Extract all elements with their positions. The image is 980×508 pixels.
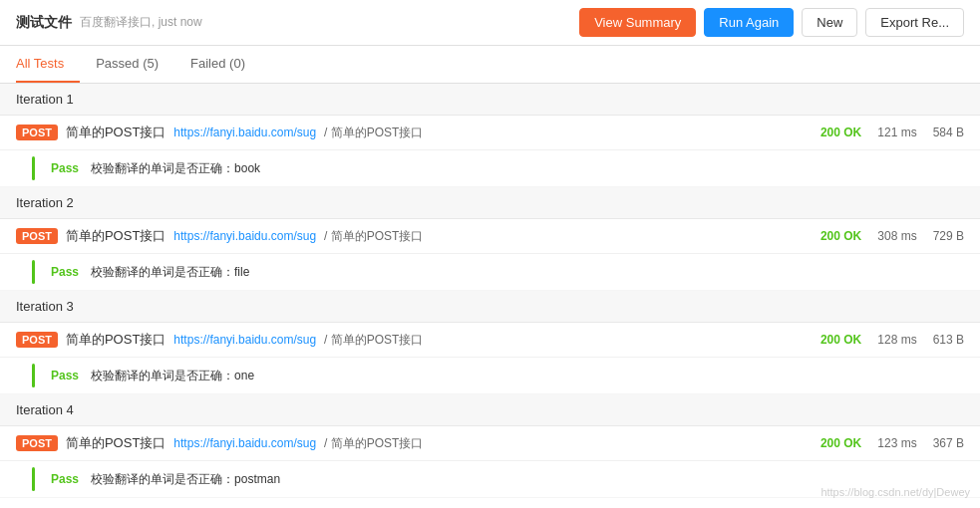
- method-badge: POST: [16, 435, 58, 451]
- response-size: 367 B: [933, 436, 964, 450]
- status-code: 200 OK: [820, 436, 861, 450]
- header: 测试文件 百度翻译接口, just now View Summary Run A…: [0, 0, 980, 46]
- pass-label: Pass: [51, 472, 79, 486]
- response-size: 584 B: [933, 126, 964, 139]
- header-left: 测试文件 百度翻译接口, just now: [16, 14, 202, 32]
- iteration-header-3: Iteration 3: [0, 291, 980, 323]
- file-subtitle: 百度翻译接口, just now: [80, 14, 202, 31]
- assertion-text: 校验翻译的单词是否正确：postman: [91, 471, 280, 488]
- pass-label: Pass: [51, 265, 79, 279]
- request-desc: / 简单的POST接口: [324, 332, 423, 349]
- pass-row-2: Pass 校验翻译的单词是否正确：file: [0, 254, 980, 291]
- response-time: 121 ms: [877, 126, 916, 139]
- status-code: 200 OK: [820, 126, 861, 139]
- method-badge: POST: [16, 228, 58, 244]
- assertion-text: 校验翻译的单词是否正确：one: [91, 368, 254, 384]
- pass-row-3: Pass 校验翻译的单词是否正确：one: [0, 358, 980, 394]
- request-row-3[interactable]: POST 简单的POST接口 https://fanyi.baidu.com/s…: [0, 323, 980, 358]
- pass-indicator: [32, 467, 35, 491]
- export-button[interactable]: Export Re...: [865, 8, 964, 37]
- response-time: 123 ms: [877, 436, 916, 450]
- pass-label: Pass: [51, 369, 79, 382]
- request-meta: 200 OK 121 ms 584 B: [820, 126, 964, 139]
- request-name: 简单的POST接口: [66, 227, 165, 245]
- response-size: 613 B: [933, 333, 964, 347]
- request-desc: / 简单的POST接口: [324, 228, 423, 245]
- view-summary-button[interactable]: View Summary: [579, 8, 696, 37]
- watermark: https://blog.csdn.net/dy|Dewey: [820, 486, 970, 498]
- pass-indicator: [32, 364, 35, 387]
- request-url: https://fanyi.baidu.com/sug: [173, 126, 316, 139]
- response-time: 128 ms: [877, 333, 916, 347]
- method-badge: POST: [16, 125, 58, 140]
- request-url: https://fanyi.baidu.com/sug: [173, 436, 316, 450]
- request-name: 简单的POST接口: [66, 331, 165, 349]
- request-row-1[interactable]: POST 简单的POST接口 https://fanyi.baidu.com/s…: [0, 116, 980, 150]
- iteration-header-4: Iteration 4: [0, 394, 980, 426]
- request-desc: / 简单的POST接口: [324, 125, 423, 141]
- header-actions: View Summary Run Again New Export Re...: [579, 8, 964, 37]
- request-desc: / 简单的POST接口: [324, 435, 423, 452]
- request-row-4[interactable]: POST 简单的POST接口 https://fanyi.baidu.com/s…: [0, 426, 980, 461]
- response-time: 308 ms: [877, 229, 916, 243]
- run-again-button[interactable]: Run Again: [704, 8, 794, 37]
- tab-passed[interactable]: Passed (5): [96, 46, 174, 83]
- pass-indicator: [32, 156, 35, 180]
- status-code: 200 OK: [820, 333, 861, 347]
- request-name: 简单的POST接口: [66, 124, 165, 141]
- file-title: 测试文件: [16, 14, 72, 32]
- iteration-header-2: Iteration 2: [0, 187, 980, 219]
- iteration-header-1: Iteration 1: [0, 84, 980, 116]
- new-button[interactable]: New: [802, 8, 857, 37]
- assertion-text: 校验翻译的单词是否正确：file: [91, 264, 249, 281]
- request-url: https://fanyi.baidu.com/sug: [173, 333, 316, 347]
- pass-indicator: [32, 260, 35, 284]
- pass-row-1: Pass 校验翻译的单词是否正确：book: [0, 150, 980, 187]
- status-code: 200 OK: [820, 229, 861, 243]
- request-meta: 200 OK 308 ms 729 B: [820, 229, 964, 243]
- request-name: 简单的POST接口: [66, 434, 165, 452]
- assertion-text: 校验翻译的单词是否正确：book: [91, 160, 260, 177]
- tab-failed[interactable]: Failed (0): [190, 46, 261, 83]
- request-meta: 200 OK 123 ms 367 B: [820, 436, 964, 450]
- method-badge: POST: [16, 332, 58, 348]
- tab-all-tests[interactable]: All Tests: [16, 46, 80, 83]
- request-meta: 200 OK 128 ms 613 B: [820, 333, 964, 347]
- tabs-bar: All Tests Passed (5) Failed (0): [0, 46, 980, 84]
- request-row-2[interactable]: POST 简单的POST接口 https://fanyi.baidu.com/s…: [0, 219, 980, 254]
- response-size: 729 B: [933, 229, 964, 243]
- request-url: https://fanyi.baidu.com/sug: [173, 229, 316, 243]
- test-results-content: Iteration 1 POST 简单的POST接口 https://fanyi…: [0, 84, 980, 504]
- pass-label: Pass: [51, 161, 79, 175]
